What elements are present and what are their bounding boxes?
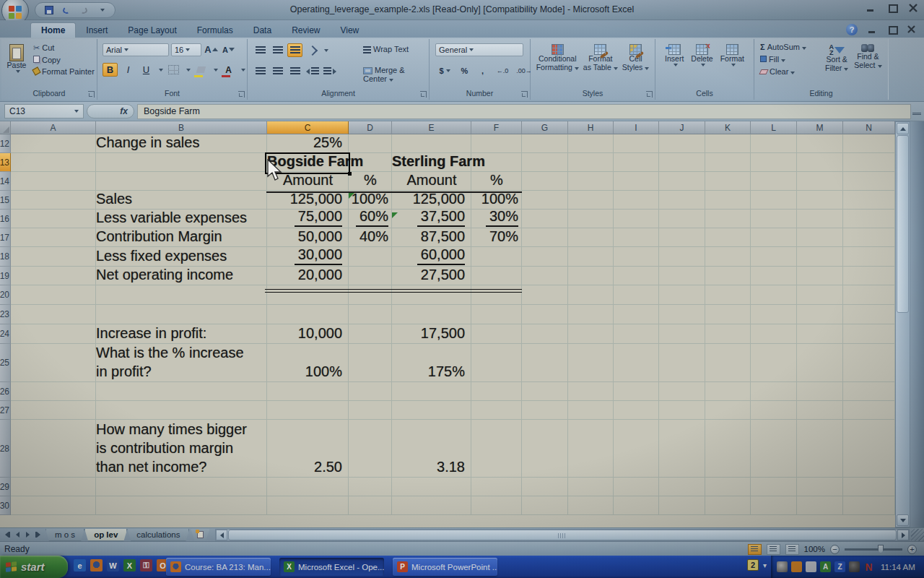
cell-G30[interactable] bbox=[522, 496, 568, 514]
cell-J25[interactable] bbox=[659, 344, 705, 381]
cell-A15[interactable] bbox=[11, 191, 96, 209]
copy-button[interactable]: Copy bbox=[33, 56, 95, 64]
last-sheet-button[interactable] bbox=[34, 531, 42, 539]
app-minimize-button[interactable] bbox=[865, 4, 876, 12]
cell-J18[interactable] bbox=[659, 247, 705, 266]
cell-B23[interactable] bbox=[96, 305, 267, 324]
cell-E27[interactable] bbox=[392, 401, 471, 419]
cell-K19[interactable] bbox=[705, 267, 751, 285]
cell-L28[interactable] bbox=[751, 420, 797, 477]
workbook-restore-button[interactable] bbox=[886, 25, 898, 34]
cell-A19[interactable] bbox=[11, 267, 96, 285]
cell-A23[interactable] bbox=[11, 305, 96, 324]
key-icon[interactable]: ⚿ bbox=[140, 559, 152, 571]
row-header-20[interactable]: 20 bbox=[0, 285, 11, 305]
cell-F20[interactable] bbox=[471, 285, 522, 304]
cell-L13[interactable] bbox=[751, 153, 797, 171]
tray-avg-icon[interactable]: A bbox=[820, 561, 831, 572]
tray-volume-icon[interactable] bbox=[777, 561, 788, 572]
cell-J27[interactable] bbox=[659, 401, 705, 419]
cell-K14[interactable] bbox=[705, 172, 751, 190]
cell-N29[interactable] bbox=[843, 478, 895, 496]
cell-value-B16[interactable]: Less variable expenses bbox=[96, 210, 267, 228]
align-bottom-button[interactable] bbox=[287, 43, 302, 57]
cell-value-D14[interactable]: % bbox=[349, 172, 392, 190]
cell-value-E16[interactable]: 37,500 bbox=[392, 210, 471, 228]
taskbar-button-firefox[interactable]: Course: BA 213: Man... bbox=[166, 558, 271, 576]
view-page-break-button[interactable] bbox=[785, 544, 799, 555]
sort-filter-button[interactable]: AZ Sort &Filter bbox=[825, 42, 848, 72]
cell-value-B15[interactable]: Sales bbox=[96, 191, 267, 209]
wrap-text-button[interactable]: Wrap Text bbox=[363, 45, 409, 54]
cell-A14[interactable] bbox=[11, 172, 96, 190]
cell-F19[interactable] bbox=[471, 267, 522, 285]
tray-norton-icon[interactable]: N bbox=[863, 561, 874, 572]
font-size-select[interactable]: 16 bbox=[171, 43, 201, 56]
cell-M18[interactable] bbox=[797, 247, 843, 266]
comma-style-button[interactable]: , bbox=[475, 64, 490, 77]
cell-L14[interactable] bbox=[751, 172, 797, 190]
cell-N24[interactable] bbox=[843, 324, 895, 343]
cell-value-E14[interactable]: Amount bbox=[392, 172, 471, 190]
cell-N18[interactable] bbox=[843, 247, 895, 266]
cell-G25[interactable] bbox=[522, 344, 568, 381]
cell-J28[interactable] bbox=[659, 420, 705, 477]
find-select-button[interactable]: Find &Select bbox=[854, 42, 881, 72]
zoom-in-button[interactable]: + bbox=[907, 545, 917, 554]
sheet-tab-calculations[interactable]: calculations bbox=[127, 529, 189, 541]
bold-button[interactable]: B bbox=[103, 63, 118, 77]
view-page-layout-button[interactable] bbox=[767, 544, 780, 555]
cell-value-C12[interactable]: 25% bbox=[267, 134, 349, 152]
row-header-15[interactable]: 15 bbox=[0, 191, 11, 210]
column-header-L[interactable]: L bbox=[751, 121, 797, 134]
cell-value-C25[interactable]: 100% bbox=[267, 344, 349, 381]
cell-G26[interactable] bbox=[522, 382, 568, 400]
cell-G19[interactable] bbox=[522, 267, 568, 285]
clipboard-dialog-launcher[interactable] bbox=[88, 91, 95, 98]
cell-L19[interactable] bbox=[751, 267, 797, 285]
cell-J17[interactable] bbox=[659, 228, 705, 246]
insert-function-button[interactable]: fx bbox=[87, 104, 134, 118]
cell-N13[interactable] bbox=[843, 153, 895, 171]
fill-button[interactable]: Fill bbox=[760, 55, 806, 64]
cell-E30[interactable] bbox=[392, 496, 471, 514]
cell-F18[interactable] bbox=[471, 247, 522, 266]
cell-D23[interactable] bbox=[349, 305, 392, 324]
view-normal-button[interactable] bbox=[748, 544, 762, 555]
cell-D28[interactable] bbox=[349, 420, 392, 477]
cell-A28[interactable] bbox=[11, 420, 96, 477]
cell-G24[interactable] bbox=[522, 324, 568, 343]
merge-center-button[interactable]: Merge & Center bbox=[363, 66, 429, 83]
cell-D27[interactable] bbox=[349, 401, 392, 419]
cell-N19[interactable] bbox=[843, 267, 895, 285]
cell-K26[interactable] bbox=[705, 382, 751, 400]
cell-J30[interactable] bbox=[659, 496, 705, 514]
cell-C26[interactable] bbox=[267, 382, 349, 400]
row-header-17[interactable]: 17 bbox=[0, 228, 11, 247]
next-sheet-button[interactable] bbox=[24, 531, 32, 539]
scroll-left-button[interactable] bbox=[216, 530, 227, 540]
cell-L24[interactable] bbox=[751, 324, 797, 343]
cell-M23[interactable] bbox=[797, 305, 843, 324]
cell-L12[interactable] bbox=[751, 134, 797, 152]
tab-insert[interactable]: Insert bbox=[76, 22, 118, 38]
cell-J13[interactable] bbox=[659, 153, 705, 171]
cell-L30[interactable] bbox=[751, 496, 797, 514]
column-header-J[interactable]: J bbox=[659, 121, 705, 134]
cell-D20[interactable] bbox=[349, 285, 392, 304]
row-header-24[interactable]: 24 bbox=[0, 324, 11, 344]
cell-N30[interactable] bbox=[843, 496, 895, 514]
cell-value-B28[interactable]: How many times bigger is contribution ma… bbox=[96, 420, 267, 477]
cell-H13[interactable] bbox=[568, 153, 614, 171]
cell-I24[interactable] bbox=[614, 324, 659, 343]
cell-value-C19[interactable]: 20,000 bbox=[267, 267, 349, 285]
percent-style-button[interactable]: % bbox=[457, 64, 472, 77]
styles-dialog-launcher[interactable] bbox=[646, 91, 653, 98]
cell-G20[interactable] bbox=[522, 285, 568, 304]
cell-B14[interactable] bbox=[96, 172, 267, 190]
cell-M13[interactable] bbox=[797, 153, 843, 171]
cell-value-E28[interactable]: 3.18 bbox=[392, 420, 471, 477]
cell-G13[interactable] bbox=[522, 153, 568, 171]
hscroll-thumb[interactable] bbox=[228, 530, 897, 540]
cell-F23[interactable] bbox=[471, 305, 522, 324]
